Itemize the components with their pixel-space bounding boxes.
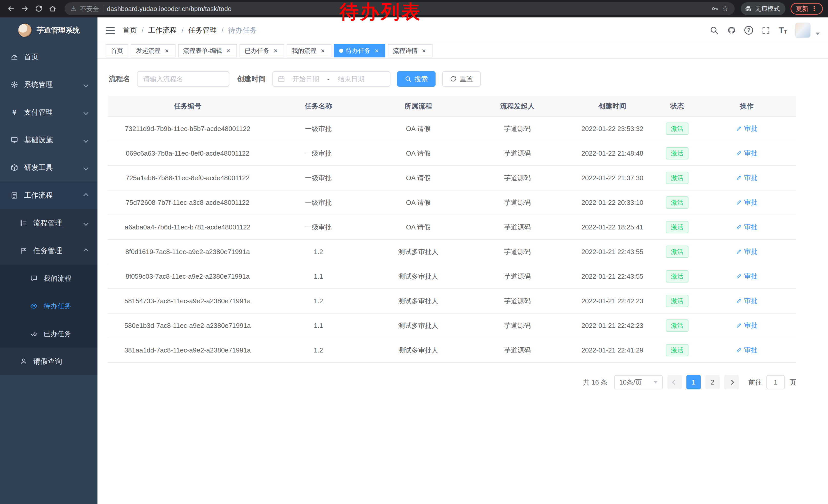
github-icon[interactable] [727, 26, 736, 35]
goto-page-input[interactable] [767, 375, 785, 390]
approve-link[interactable]: 审批 [736, 124, 757, 133]
tab[interactable]: 流程表单-编辑 × [178, 44, 237, 57]
approve-link[interactable]: 审批 [736, 296, 757, 305]
tab[interactable]: 流程详情 × [388, 44, 432, 57]
bookmark-star-icon[interactable]: ☆ [722, 5, 729, 12]
sidebar-item-done-tasks[interactable]: 已办任务 [0, 320, 97, 348]
edit-pencil-icon [736, 150, 742, 156]
sidebar-item-system-mgmt[interactable]: 系统管理 [0, 71, 97, 98]
approve-link[interactable]: 审批 [736, 247, 757, 256]
sidebar-item-home[interactable]: 首页 [0, 43, 97, 71]
sidebar-item-workflow[interactable]: 工作流程 [0, 182, 97, 209]
page-number-button[interactable]: 1 [687, 375, 701, 390]
task-name-cell: 1.1 [267, 313, 369, 338]
incognito-badge[interactable]: 无痕模式 [741, 2, 785, 15]
start-date-input[interactable] [286, 75, 325, 83]
actions-cell: 审批 [697, 215, 796, 239]
process-name-input[interactable] [137, 71, 229, 87]
tab[interactable]: 待办任务 × [334, 44, 385, 57]
next-page-button[interactable] [724, 375, 739, 390]
breadcrumb: 首页 / 工作流程 / 任务管理 / 待办任务 [123, 26, 257, 35]
sidebar-item-leave-query[interactable]: 请假查询 [0, 348, 97, 375]
date-range-picker[interactable]: - [273, 71, 390, 87]
incognito-icon [744, 5, 752, 12]
fullscreen-icon[interactable] [761, 26, 771, 35]
approve-link[interactable]: 审批 [736, 272, 757, 281]
incognito-label: 无痕模式 [755, 5, 780, 13]
end-date-input[interactable] [332, 75, 371, 83]
search-button[interactable]: 搜索 [397, 71, 436, 87]
task-id-cell: 725a1eb6-7b88-11ec-8ef0-acde48001122 [108, 166, 267, 190]
tab-close-icon[interactable]: × [420, 47, 427, 54]
user-icon [19, 357, 28, 366]
edit-pencil-icon [736, 248, 742, 255]
sidebar-item-todo-tasks[interactable]: 待办任务 [0, 292, 97, 320]
help-icon[interactable]: ? [744, 26, 753, 35]
sidebar-item-task-mgmt[interactable]: 任务管理 [0, 237, 97, 265]
password-key-icon[interactable] [711, 5, 718, 12]
prev-page-button[interactable] [667, 375, 682, 390]
sidebar-item-label: 首页 [24, 52, 38, 62]
avatar[interactable] [795, 22, 811, 38]
created-cell: 2022-01-22 21:48:48 [568, 141, 657, 166]
approve-link[interactable]: 审批 [736, 346, 757, 355]
tab[interactable]: 首页 [106, 44, 128, 57]
sidebar-item-payment-mgmt[interactable]: ¥ 支付管理 [0, 98, 97, 126]
tab-close-icon[interactable]: × [225, 47, 232, 54]
sidebar-item-my-process[interactable]: 我的流程 [0, 265, 97, 292]
address-bar[interactable]: ⚠ 不安全 dashboard.yudao.iocoder.cn/bpm/tas… [65, 2, 735, 15]
page-size-select[interactable]: 10条/页 [614, 375, 663, 390]
initiator-cell: 芋道源码 [467, 239, 568, 264]
browser-menu-icon[interactable]: ⋮ [811, 5, 818, 12]
font-size-icon[interactable]: TT [779, 26, 787, 34]
actions-cell: 审批 [697, 289, 796, 313]
breadcrumb-home[interactable]: 首页 [123, 26, 137, 35]
tab[interactable]: 发起流程 × [131, 44, 175, 57]
sidebar-item-infrastructure[interactable]: 基础设施 [0, 126, 97, 154]
refresh-button[interactable] [33, 3, 45, 15]
search-icon[interactable] [709, 26, 719, 35]
initiator-cell: 芋道源码 [467, 166, 568, 190]
sidebar-collapse-icon[interactable] [106, 27, 115, 34]
sidebar-item-label: 请假查询 [33, 357, 62, 366]
actions-cell: 审批 [697, 141, 796, 166]
reset-button[interactable]: 重置 [442, 71, 481, 87]
sidebar-item-dev-tools[interactable]: 研发工具 [0, 154, 97, 182]
tab[interactable]: 已办任务 × [240, 44, 284, 57]
approve-link[interactable]: 审批 [736, 149, 757, 158]
update-button[interactable]: 更新 ⋮ [791, 3, 823, 15]
tab-close-icon[interactable]: × [373, 47, 380, 54]
task-id-cell: 58154733-7ac8-11ec-a9e2-a2380e71991a [108, 289, 267, 313]
sidebar-item-label: 我的流程 [44, 274, 71, 283]
page-number-button[interactable]: 2 [705, 375, 720, 390]
table-row: 069c6a63-7b8a-11ec-8ef0-acde48001122 一级审… [108, 141, 796, 166]
approve-link[interactable]: 审批 [736, 173, 757, 182]
task-name-cell: 一级审批 [267, 141, 369, 166]
breadcrumb-separator: / [141, 26, 143, 34]
tab-close-icon[interactable]: × [163, 47, 170, 54]
sidebar-item-process-mgmt[interactable]: 流程管理 [0, 209, 97, 237]
tab-close-icon[interactable]: × [272, 47, 279, 54]
tab-close-icon[interactable]: × [319, 47, 326, 54]
tab-label: 我的流程 [292, 47, 317, 55]
double-check-icon [30, 330, 38, 338]
app-logo[interactable]: 芋道管理系统 [0, 17, 97, 43]
column-header-initiator: 流程发起人 [467, 96, 568, 117]
initiator-cell: 芋道源码 [467, 264, 568, 289]
breadcrumb-workflow[interactable]: 工作流程 [148, 26, 177, 35]
tab[interactable]: 我的流程 × [287, 44, 331, 57]
sidebar-background [0, 375, 97, 504]
breadcrumb-task-mgmt[interactable]: 任务管理 [188, 26, 217, 35]
chevron-right-icon [729, 380, 734, 385]
breadcrumb-current: 待办任务 [228, 26, 257, 35]
approve-link[interactable]: 审批 [736, 198, 757, 207]
approve-link[interactable]: 审批 [736, 223, 757, 231]
infrastructure-icon [10, 136, 18, 144]
status-cell: 激活 [657, 215, 697, 239]
created-cell: 2022-01-22 20:33:10 [568, 190, 657, 215]
back-button[interactable] [5, 3, 17, 15]
approve-link[interactable]: 审批 [736, 321, 757, 330]
top-navbar: 首页 / 工作流程 / 任务管理 / 待办任务 ? TT [97, 17, 828, 43]
home-button[interactable] [47, 3, 58, 15]
forward-button[interactable] [19, 3, 31, 15]
